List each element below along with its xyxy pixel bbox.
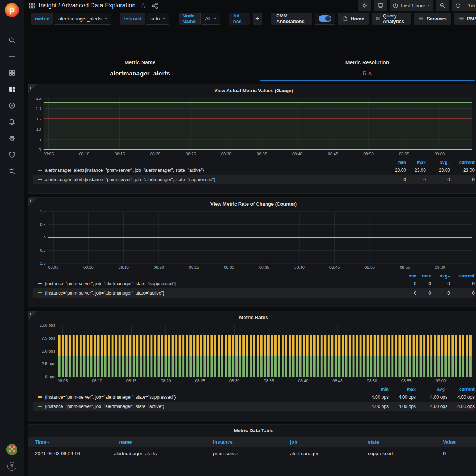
legend-series-color[interactable] xyxy=(38,179,42,180)
svg-text:10: 10 xyxy=(36,127,41,131)
svg-text:08:05: 08:05 xyxy=(44,152,54,156)
panels-layout-icon[interactable] xyxy=(4,81,20,97)
legend-series-color[interactable] xyxy=(38,406,42,407)
metric-rates-chart[interactable]: 08:0508:1008:1508:2008:2508:3008:3508:40… xyxy=(33,322,475,385)
legend-value: 4.00 ops xyxy=(447,395,475,400)
legend-row: alertmanager_alerts{instance="pmm-server… xyxy=(33,175,475,184)
panel-info-icon[interactable]: i xyxy=(28,311,37,320)
legend-series-label[interactable]: alertmanager_alerts{instance="pmm-server… xyxy=(45,177,215,182)
legend-column-max[interactable]: max xyxy=(389,387,416,392)
legend-series-color[interactable] xyxy=(38,396,42,398)
legend-series-color[interactable] xyxy=(38,292,42,293)
legend-column-min[interactable]: min xyxy=(386,160,406,165)
adhoc-add-button[interactable]: + xyxy=(253,13,262,25)
svg-text:10.0 ops: 10.0 ops xyxy=(39,323,55,327)
table-cell: alertmanager xyxy=(290,451,368,456)
legend-series-label[interactable]: {instance="pmm-server", job="alertmanage… xyxy=(45,395,176,400)
legend-column-min[interactable]: min xyxy=(361,387,389,392)
variable-value-node-name[interactable]: All xyxy=(200,13,220,25)
variable-interval: Interval auto xyxy=(120,13,170,25)
page-title[interactable]: Insight / Advanced Data Exploration xyxy=(39,2,136,9)
table-header-job[interactable]: job xyxy=(290,439,368,445)
legend-series-label[interactable]: {instance="pmm-server", job="alertmanage… xyxy=(45,404,164,409)
svg-text:08:45: 08:45 xyxy=(329,265,340,270)
table-header-name[interactable]: __name__ xyxy=(114,439,213,445)
panel-title[interactable]: View Metric Rate of Change (Counter) xyxy=(33,200,475,209)
svg-text:25: 25 xyxy=(36,96,41,100)
create-plus-icon[interactable] xyxy=(4,48,20,65)
panel-title[interactable]: View Actual Metric Values (Gauge) xyxy=(33,86,475,95)
query-analytics-icon[interactable] xyxy=(4,163,20,179)
table-header-value[interactable]: Value xyxy=(443,439,476,445)
legend-column-avg[interactable]: avg xyxy=(426,160,450,165)
svg-text:08:40: 08:40 xyxy=(292,152,303,156)
table-header-state[interactable]: state xyxy=(368,439,443,445)
percona-logo[interactable]: p xyxy=(5,3,19,17)
svg-text:08:05: 08:05 xyxy=(58,379,68,383)
legend-column-avg[interactable]: avg xyxy=(431,273,450,279)
user-avatar[interactable] xyxy=(6,444,17,455)
legend-column-current[interactable]: current xyxy=(447,387,475,392)
star-icon[interactable]: ☆ xyxy=(140,2,147,9)
dashboard-submenu: metric alertmanager_alerts Interval auto… xyxy=(24,11,476,25)
panel-info-icon[interactable]: i xyxy=(28,198,37,207)
dashboards-grid-icon[interactable] xyxy=(4,65,20,81)
variable-metric: metric alertmanager_alerts xyxy=(31,13,111,25)
variable-label-metric: metric xyxy=(31,13,53,25)
legend-column-current[interactable]: current xyxy=(450,273,475,279)
panel-title[interactable]: Metric Data Table xyxy=(28,426,476,435)
svg-text:08:25: 08:25 xyxy=(186,152,196,156)
svg-text:08:30: 08:30 xyxy=(221,152,232,156)
table-header-instance[interactable]: instance xyxy=(213,439,290,445)
table-header-time[interactable]: Time xyxy=(35,439,114,445)
counter-chart[interactable]: 08:0508:1008:1508:2008:2508:3008:3508:40… xyxy=(33,209,475,271)
legend-series-color[interactable] xyxy=(38,170,42,171)
search-icon[interactable] xyxy=(4,32,20,48)
security-shield-icon[interactable] xyxy=(4,147,20,163)
legend-column-avg[interactable]: avg xyxy=(416,387,447,392)
table-cell: 2021-06-03 09:04:16 xyxy=(35,451,114,456)
legend-value: 4.00 ops xyxy=(361,404,389,409)
chevron-down-icon xyxy=(104,16,107,19)
dashboard-settings-button[interactable] xyxy=(358,0,371,11)
explore-compass-icon[interactable] xyxy=(4,97,20,114)
legend-value: 4.00 ops xyxy=(416,395,447,400)
panel-title[interactable]: Metric Rates xyxy=(33,313,475,322)
zoom-out-button[interactable] xyxy=(436,0,449,11)
legend-value: 4.00 ops xyxy=(416,404,447,409)
refresh-button[interactable] xyxy=(452,0,464,11)
time-range-picker[interactable]: Last 1 hour xyxy=(390,0,433,11)
table-cell: alertmanager_alerts xyxy=(114,451,213,456)
legend-column-max[interactable]: max xyxy=(406,160,426,165)
legend-column-max[interactable]: max xyxy=(416,273,431,279)
legend-column-current[interactable]: current xyxy=(450,160,475,165)
counter-graph-panel: i View Metric Rate of Change (Counter) 0… xyxy=(28,197,476,307)
link-query-analytics[interactable]: Query Analytics xyxy=(372,13,411,25)
variable-value-metric[interactable]: alertmanager_alerts xyxy=(54,13,111,25)
share-icon[interactable] xyxy=(152,3,158,9)
svg-text:15: 15 xyxy=(36,117,41,121)
link-pmm[interactable]: PMM xyxy=(454,13,476,25)
pmm-annotations-toggle[interactable] xyxy=(315,13,335,25)
variable-value-interval[interactable]: auto xyxy=(146,13,169,25)
svg-text:08:45: 08:45 xyxy=(332,379,343,383)
panel-title[interactable]: Metric Name xyxy=(28,60,252,65)
dashboard-breadcrumb-icon[interactable] xyxy=(29,3,35,9)
alerting-bell-icon[interactable] xyxy=(4,114,20,130)
refresh-interval-picker[interactable]: 1m xyxy=(464,0,476,11)
tv-mode-button[interactable] xyxy=(374,0,387,11)
settings-gear-icon[interactable] xyxy=(4,130,20,147)
legend-series-label[interactable]: alertmanager_alerts{instance="pmm-server… xyxy=(45,168,204,173)
link-home[interactable]: Home xyxy=(338,13,369,25)
legend-header: minmaxavgcurrent xyxy=(33,273,475,279)
panel-title[interactable]: Metric Resolution xyxy=(255,60,476,65)
link-services[interactable]: Services xyxy=(414,13,451,25)
svg-text:08:10: 08:10 xyxy=(79,152,89,156)
gauge-chart[interactable]: 08:0508:1008:1508:2008:2508:3008:3508:40… xyxy=(33,95,475,158)
legend-series-label[interactable]: {instance="pmm-server", job="alertmanage… xyxy=(45,290,164,296)
panel-info-icon[interactable]: i xyxy=(28,84,37,93)
help-icon[interactable]: ? xyxy=(7,462,16,471)
legend-series-color[interactable] xyxy=(38,283,42,284)
legend-series-label[interactable]: {instance="pmm-server", job="alertmanage… xyxy=(45,281,176,286)
legend-column-min[interactable]: min xyxy=(402,273,416,279)
